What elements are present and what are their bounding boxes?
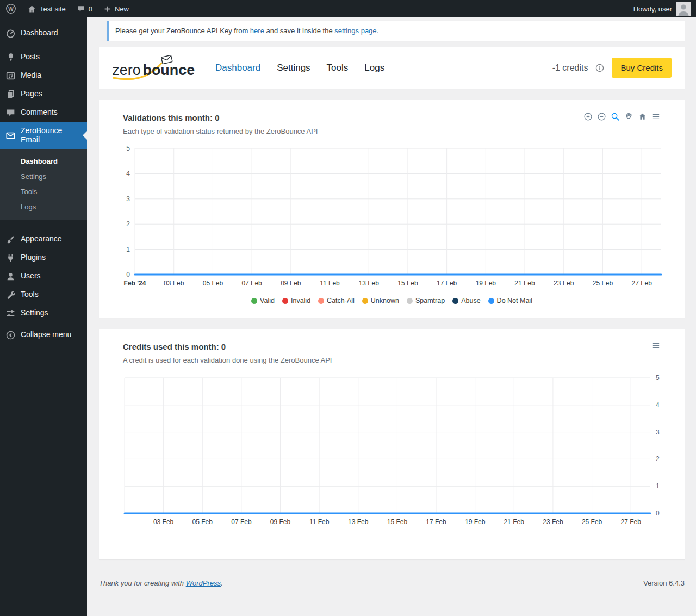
selection-zoom-icon[interactable] (611, 112, 620, 121)
chart-legend: ValidInvalidCatch-AllUnknownSpamtrapAbus… (112, 297, 672, 304)
version-label: Version 6.4.3 (643, 579, 685, 587)
legend-item[interactable]: Unknown (362, 297, 399, 304)
submenu-item-logs[interactable]: Logs (0, 199, 87, 214)
new-content-menu[interactable]: New (98, 0, 134, 17)
legend-marker (251, 298, 257, 304)
legend-marker (318, 298, 324, 304)
x-tick-label: 05 Feb (203, 279, 223, 287)
sidebar-item-settings[interactable]: Settings (0, 304, 87, 322)
sidebar-item-label: Comments (21, 108, 58, 117)
y-tick-label: 0 (126, 271, 130, 278)
legend-item[interactable]: Spamtrap (407, 297, 445, 304)
x-tick-label: 19 Feb (465, 518, 486, 526)
plugin-nav-dashboard[interactable]: Dashboard (215, 63, 260, 73)
site-name-menu[interactable]: Test site (22, 0, 71, 17)
legend-item[interactable]: Do Not Mail (488, 297, 532, 304)
comments-menu[interactable]: 0 (71, 0, 98, 17)
legend-marker (282, 298, 288, 304)
wrench-icon (5, 289, 16, 300)
sidebar-item-appearance[interactable]: Appearance (0, 230, 87, 248)
collapse-menu-label: Collapse menu (21, 330, 71, 340)
chart-svg: 01234503 Feb05 Feb07 Feb09 Feb11 Feb13 F… (112, 371, 672, 534)
sidebar-item-label: Settings (21, 308, 48, 318)
user-icon (5, 271, 16, 282)
media-icon (5, 70, 16, 81)
collapse-menu-button[interactable]: Collapse menu (0, 326, 87, 344)
chart-svg: 012345Feb '2403 Feb05 Feb07 Feb09 Feb11 … (112, 142, 672, 293)
notice-text: . (377, 27, 379, 35)
collapse-icon (5, 329, 16, 340)
notice-text: Please get your ZeroBounce API Key from (115, 27, 250, 35)
admin-bar: W Test site 0 New Howdy, user (0, 0, 696, 17)
legend-item[interactable]: Invalid (282, 297, 310, 304)
y-tick-label: 3 (656, 428, 660, 436)
settings-page-link[interactable]: settings page (334, 27, 376, 35)
zoom-out-icon[interactable] (597, 112, 606, 121)
sidebar-item-pages[interactable]: Pages (0, 85, 87, 103)
svg-text:zerobounce: zerobounce (112, 62, 195, 78)
sidebar-item-comments[interactable]: Comments (0, 103, 87, 122)
sidebar-item-label: Plugins (21, 253, 46, 263)
chart-toolbar (651, 341, 661, 350)
x-tick-label: 09 Feb (281, 279, 301, 287)
y-tick-label: 1 (656, 482, 660, 490)
x-tick-label: 13 Feb (348, 518, 369, 526)
y-tick-label: 5 (656, 374, 660, 382)
submenu-item-settings[interactable]: Settings (0, 169, 87, 184)
chart-menu-icon[interactable] (651, 112, 661, 121)
pin-icon (5, 52, 16, 63)
brush-icon (5, 234, 16, 245)
api-key-here-link[interactable]: here (250, 27, 264, 35)
reset-zoom-home-icon[interactable] (638, 112, 647, 121)
info-icon[interactable] (595, 64, 604, 72)
sidebar-item-media[interactable]: Media (0, 66, 87, 85)
sidebar-item-posts[interactable]: Posts (0, 48, 87, 66)
buy-credits-button[interactable]: Buy Credits (612, 58, 672, 78)
y-tick-label: 1 (126, 246, 130, 253)
sidebar-item-plugins[interactable]: Plugins (0, 248, 87, 267)
submenu-item-dashboard[interactable]: Dashboard (0, 153, 87, 169)
sidebar-item-dashboard[interactable]: Dashboard (0, 24, 87, 42)
sidebar-item-zerobounce-email[interactable]: ZeroBounce Email (0, 122, 87, 149)
x-tick-label: 23 Feb (554, 279, 574, 287)
wordpress-link[interactable]: WordPress (186, 579, 221, 587)
x-tick-label: 03 Feb (153, 518, 174, 526)
legend-item[interactable]: Valid (251, 297, 275, 304)
main-content: Please get your ZeroBounce API Key from … (87, 0, 696, 593)
pages-icon (5, 89, 16, 99)
credits-chart-card: Credits used this month: 0 A credit is u… (99, 329, 685, 559)
plugin-nav-settings[interactable]: Settings (277, 63, 310, 73)
legend-item[interactable]: Catch-All (318, 297, 355, 304)
sidebar-item-tools[interactable]: Tools (0, 285, 87, 304)
howdy-menu[interactable]: Howdy, user (633, 0, 672, 17)
logo-text-bounce: bounce (142, 62, 195, 78)
x-tick-label: 07 Feb (241, 279, 262, 287)
y-tick-label: 2 (126, 220, 130, 228)
x-tick-label: Feb '24 (124, 279, 146, 287)
submenu-item-tools[interactable]: Tools (0, 184, 87, 199)
plugin-nav-logs[interactable]: Logs (364, 63, 384, 73)
credits-count: -1 credits (552, 63, 588, 73)
sliders-icon (5, 308, 16, 319)
home-icon (27, 4, 36, 14)
sidebar-item-label: Tools (21, 290, 39, 300)
zerobounce-submenu: Dashboard Settings Tools Logs (0, 149, 87, 220)
chart-title: Validations this month: 0 (123, 113, 661, 122)
legend-item[interactable]: Abuse (452, 297, 480, 304)
comments-icon (5, 107, 16, 118)
footer-thanks: Thank you for creating with WordPress. (99, 579, 223, 587)
plugin-nav-tools[interactable]: Tools (327, 63, 349, 73)
x-tick-label: 13 Feb (359, 279, 380, 287)
sidebar-item-label: Users (21, 271, 41, 281)
avatar[interactable] (676, 2, 691, 16)
pan-hand-icon[interactable] (624, 112, 633, 121)
x-tick-label: 15 Feb (387, 518, 408, 526)
footer-text: . (221, 579, 223, 587)
sidebar-item-label: Appearance (21, 234, 62, 244)
sidebar-item-users[interactable]: Users (0, 267, 87, 285)
zoom-in-icon[interactable] (583, 112, 593, 121)
y-tick-label: 0 (656, 509, 660, 517)
legend-marker (488, 298, 494, 304)
chart-menu-icon[interactable] (651, 341, 661, 350)
wordpress-logo-menu[interactable]: W (0, 0, 22, 17)
